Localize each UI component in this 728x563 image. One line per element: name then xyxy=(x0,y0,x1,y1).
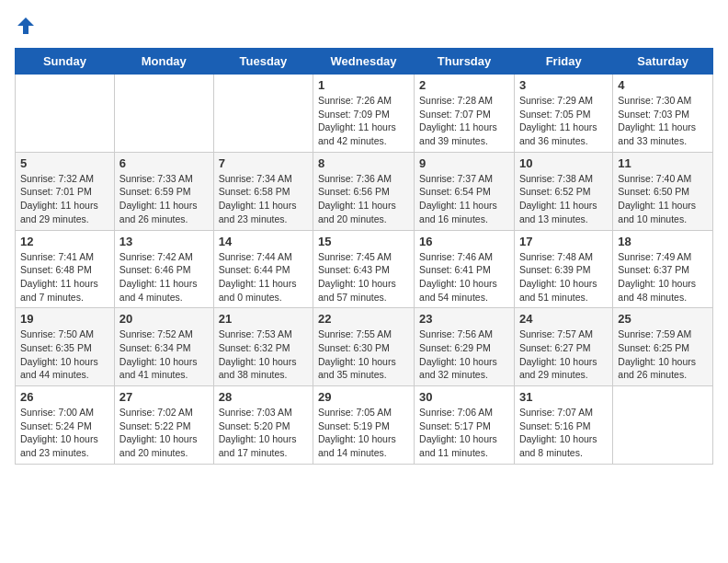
page-header xyxy=(15,15,713,37)
calendar-cell: 20Sunrise: 7:52 AM Sunset: 6:34 PM Dayli… xyxy=(114,308,213,386)
calendar-cell: 5Sunrise: 7:32 AM Sunset: 7:01 PM Daylig… xyxy=(16,152,115,230)
day-number: 30 xyxy=(419,390,509,404)
day-number: 4 xyxy=(618,78,708,92)
day-header-saturday: Saturday xyxy=(613,49,713,75)
day-number: 26 xyxy=(20,390,109,404)
calendar-cell: 12Sunrise: 7:41 AM Sunset: 6:48 PM Dayli… xyxy=(16,230,115,308)
day-number: 22 xyxy=(318,312,409,326)
day-header-sunday: Sunday xyxy=(16,49,115,75)
calendar-cell xyxy=(613,386,713,465)
day-info: Sunrise: 7:42 AM Sunset: 6:46 PM Dayligh… xyxy=(119,250,209,304)
day-info: Sunrise: 7:56 AM Sunset: 6:29 PM Dayligh… xyxy=(419,327,509,382)
calendar-week-1: 1Sunrise: 7:26 AM Sunset: 7:09 PM Daylig… xyxy=(16,75,713,153)
calendar-table: SundayMondayTuesdayWednesdayThursdayFrid… xyxy=(15,48,713,465)
day-number: 18 xyxy=(618,235,708,248)
day-info: Sunrise: 7:55 AM Sunset: 6:30 PM Dayligh… xyxy=(318,327,409,382)
logo-icon xyxy=(15,15,37,37)
calendar-cell: 11Sunrise: 7:40 AM Sunset: 6:50 PM Dayli… xyxy=(613,152,713,230)
day-info: Sunrise: 7:52 AM Sunset: 6:34 PM Dayligh… xyxy=(119,327,209,382)
day-info: Sunrise: 7:40 AM Sunset: 6:50 PM Dayligh… xyxy=(618,172,708,226)
calendar-week-3: 12Sunrise: 7:41 AM Sunset: 6:48 PM Dayli… xyxy=(16,230,713,308)
day-number: 27 xyxy=(119,390,209,404)
calendar-week-4: 19Sunrise: 7:50 AM Sunset: 6:35 PM Dayli… xyxy=(16,308,713,386)
calendar-cell: 17Sunrise: 7:48 AM Sunset: 6:39 PM Dayli… xyxy=(514,230,612,308)
calendar-cell: 21Sunrise: 7:53 AM Sunset: 6:32 PM Dayli… xyxy=(213,308,313,386)
calendar-cell: 28Sunrise: 7:03 AM Sunset: 5:20 PM Dayli… xyxy=(213,386,313,465)
calendar-cell: 8Sunrise: 7:36 AM Sunset: 6:56 PM Daylig… xyxy=(313,152,415,230)
day-info: Sunrise: 7:50 AM Sunset: 6:35 PM Dayligh… xyxy=(20,327,109,382)
day-info: Sunrise: 7:46 AM Sunset: 6:41 PM Dayligh… xyxy=(419,250,509,304)
calendar-cell xyxy=(16,75,115,153)
day-info: Sunrise: 7:03 AM Sunset: 5:20 PM Dayligh… xyxy=(219,406,308,460)
day-number: 20 xyxy=(119,312,209,326)
calendar-cell: 29Sunrise: 7:05 AM Sunset: 5:19 PM Dayli… xyxy=(313,386,415,465)
day-info: Sunrise: 7:59 AM Sunset: 6:25 PM Dayligh… xyxy=(618,327,708,382)
day-number: 14 xyxy=(219,235,308,248)
calendar-header-row: SundayMondayTuesdayWednesdayThursdayFrid… xyxy=(16,49,713,75)
calendar-cell xyxy=(114,75,213,153)
day-info: Sunrise: 7:34 AM Sunset: 6:58 PM Dayligh… xyxy=(219,172,308,226)
calendar-cell: 23Sunrise: 7:56 AM Sunset: 6:29 PM Dayli… xyxy=(415,308,515,386)
calendar-cell xyxy=(213,75,313,153)
calendar-cell: 4Sunrise: 7:30 AM Sunset: 7:03 PM Daylig… xyxy=(613,75,713,153)
day-number: 5 xyxy=(20,156,109,170)
calendar-cell: 18Sunrise: 7:49 AM Sunset: 6:37 PM Dayli… xyxy=(613,230,713,308)
day-number: 1 xyxy=(318,78,409,92)
day-info: Sunrise: 7:49 AM Sunset: 6:37 PM Dayligh… xyxy=(618,250,708,304)
calendar-cell: 3Sunrise: 7:29 AM Sunset: 7:05 PM Daylig… xyxy=(514,75,612,153)
day-number: 3 xyxy=(519,78,608,92)
calendar-cell: 15Sunrise: 7:45 AM Sunset: 6:43 PM Dayli… xyxy=(313,230,415,308)
calendar-week-5: 26Sunrise: 7:00 AM Sunset: 5:24 PM Dayli… xyxy=(16,386,713,465)
day-info: Sunrise: 7:36 AM Sunset: 6:56 PM Dayligh… xyxy=(318,172,409,226)
calendar-week-2: 5Sunrise: 7:32 AM Sunset: 7:01 PM Daylig… xyxy=(16,152,713,230)
day-info: Sunrise: 7:37 AM Sunset: 6:54 PM Dayligh… xyxy=(419,172,509,226)
day-info: Sunrise: 7:00 AM Sunset: 5:24 PM Dayligh… xyxy=(20,406,109,460)
day-number: 28 xyxy=(219,390,308,404)
day-number: 11 xyxy=(618,156,708,170)
day-info: Sunrise: 7:32 AM Sunset: 7:01 PM Dayligh… xyxy=(20,172,109,226)
calendar-cell: 27Sunrise: 7:02 AM Sunset: 5:22 PM Dayli… xyxy=(114,386,213,465)
day-number: 17 xyxy=(519,235,608,248)
day-info: Sunrise: 7:05 AM Sunset: 5:19 PM Dayligh… xyxy=(318,406,409,460)
day-header-monday: Monday xyxy=(114,49,213,75)
calendar-cell: 2Sunrise: 7:28 AM Sunset: 7:07 PM Daylig… xyxy=(415,75,515,153)
day-info: Sunrise: 7:30 AM Sunset: 7:03 PM Dayligh… xyxy=(618,94,708,148)
day-info: Sunrise: 7:29 AM Sunset: 7:05 PM Dayligh… xyxy=(519,94,608,148)
day-header-wednesday: Wednesday xyxy=(313,49,415,75)
calendar-cell: 7Sunrise: 7:34 AM Sunset: 6:58 PM Daylig… xyxy=(213,152,313,230)
calendar-cell: 1Sunrise: 7:26 AM Sunset: 7:09 PM Daylig… xyxy=(313,75,415,153)
calendar-cell: 9Sunrise: 7:37 AM Sunset: 6:54 PM Daylig… xyxy=(415,152,515,230)
day-number: 25 xyxy=(618,312,708,326)
day-info: Sunrise: 7:07 AM Sunset: 5:16 PM Dayligh… xyxy=(519,406,608,460)
day-number: 16 xyxy=(419,235,509,248)
day-number: 10 xyxy=(519,156,608,170)
day-number: 9 xyxy=(419,156,509,170)
day-info: Sunrise: 7:33 AM Sunset: 6:59 PM Dayligh… xyxy=(119,172,209,226)
day-number: 15 xyxy=(318,235,409,248)
day-number: 12 xyxy=(20,235,109,248)
day-number: 6 xyxy=(119,156,209,170)
day-info: Sunrise: 7:28 AM Sunset: 7:07 PM Dayligh… xyxy=(419,94,509,148)
calendar-cell: 31Sunrise: 7:07 AM Sunset: 5:16 PM Dayli… xyxy=(514,386,612,465)
day-header-thursday: Thursday xyxy=(415,49,515,75)
day-info: Sunrise: 7:57 AM Sunset: 6:27 PM Dayligh… xyxy=(519,327,608,382)
day-info: Sunrise: 7:41 AM Sunset: 6:48 PM Dayligh… xyxy=(20,250,109,304)
day-info: Sunrise: 7:48 AM Sunset: 6:39 PM Dayligh… xyxy=(519,250,608,304)
day-info: Sunrise: 7:44 AM Sunset: 6:44 PM Dayligh… xyxy=(219,250,308,304)
day-info: Sunrise: 7:02 AM Sunset: 5:22 PM Dayligh… xyxy=(119,406,209,460)
day-number: 21 xyxy=(219,312,308,326)
day-number: 19 xyxy=(20,312,109,326)
calendar-cell: 16Sunrise: 7:46 AM Sunset: 6:41 PM Dayli… xyxy=(415,230,515,308)
calendar-cell: 24Sunrise: 7:57 AM Sunset: 6:27 PM Dayli… xyxy=(514,308,612,386)
day-number: 7 xyxy=(219,156,308,170)
calendar-cell: 13Sunrise: 7:42 AM Sunset: 6:46 PM Dayli… xyxy=(114,230,213,308)
day-number: 23 xyxy=(419,312,509,326)
calendar-cell: 30Sunrise: 7:06 AM Sunset: 5:17 PM Dayli… xyxy=(415,386,515,465)
day-header-friday: Friday xyxy=(514,49,612,75)
day-number: 8 xyxy=(318,156,409,170)
day-number: 13 xyxy=(119,235,209,248)
calendar-cell: 25Sunrise: 7:59 AM Sunset: 6:25 PM Dayli… xyxy=(613,308,713,386)
day-info: Sunrise: 7:45 AM Sunset: 6:43 PM Dayligh… xyxy=(318,250,409,304)
calendar-cell: 10Sunrise: 7:38 AM Sunset: 6:52 PM Dayli… xyxy=(514,152,612,230)
day-number: 29 xyxy=(318,390,409,404)
